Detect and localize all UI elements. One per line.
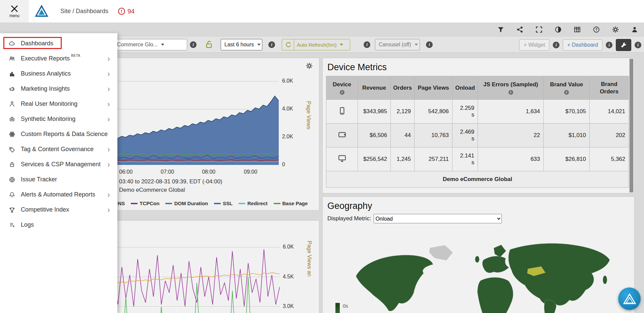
info-icon[interactable]: i [268, 41, 275, 48]
brand-fab-button[interactable] [618, 287, 641, 310]
menu-button[interactable]: menu [0, 0, 29, 23]
info-icon[interactable]: i [635, 42, 641, 48]
info-icon[interactable]: i [190, 41, 197, 48]
sidebar-item-label: Services & CSP Management [21, 161, 101, 168]
business-analytics-icon [9, 71, 15, 77]
x-axis-tick: 08:00 [202, 169, 215, 175]
info-icon[interactable]: i [564, 90, 569, 95]
legend-item-dom-duration[interactable]: DOM Duration [165, 200, 208, 206]
y-axis-label: Page Views an [306, 241, 312, 276]
y-axis-label: Page Views [306, 101, 312, 129]
x-axis-tick: 07:00 [161, 169, 174, 175]
filter-icon[interactable] [497, 26, 505, 34]
sidebar-item-executive-reports[interactable]: Executive ReportsBETA› [0, 51, 117, 66]
breadcrumb[interactable]: Site / Dashboards [60, 0, 108, 23]
chevron-down-icon [415, 44, 418, 46]
sidebar-item-issue-tracker[interactable]: Issue Tracker [0, 172, 117, 187]
executive-reports-icon [9, 55, 15, 62]
custom-reports-icon [9, 131, 15, 138]
chevron-right-icon: › [105, 70, 110, 78]
dashboard-settings-button[interactable] [616, 39, 631, 51]
dashboards-icon [9, 40, 15, 47]
settings-gear-icon[interactable] [611, 26, 620, 34]
sidebar-item-tag-content-governance[interactable]: Tag & Content Governance› [0, 142, 117, 157]
column-header-brand-orders: Brand Orders [590, 76, 629, 100]
widget-scrollbar-thumb[interactable] [630, 59, 633, 192]
info-icon[interactable]: i [606, 42, 612, 48]
info-icon[interactable]: i [426, 41, 433, 48]
chevron-right-icon: › [105, 85, 110, 93]
sidebar-item-alerts-automated-reports[interactable]: Alerts & Automated Reports› [0, 187, 117, 202]
unlock-icon[interactable] [205, 40, 213, 50]
add-widget-button[interactable]: + Widget [519, 39, 549, 51]
fullscreen-icon[interactable] [535, 26, 543, 34]
y-axis-tick: 4.0K [282, 106, 293, 112]
timings-chart-widget: Page Views 03:40 to 2022-08-31 09:39, ED… [94, 58, 319, 211]
contrast-icon[interactable] [554, 26, 562, 34]
table-footer: Demo eCommerce Global [326, 171, 629, 188]
refresh-button[interactable] [282, 39, 294, 50]
displayed-metric-select[interactable]: Onload [374, 214, 502, 223]
cell-brand_orders: 14,021 [590, 100, 629, 124]
cell-orders: 1,245 [391, 147, 415, 171]
displayed-metric-row: Displayed Metric: Onload [323, 213, 634, 224]
legend-label: Base Page [282, 200, 308, 206]
legend-swatch [131, 203, 138, 204]
sidebar-item-label: Marketing Insights [21, 85, 70, 92]
sidebar-item-services-csp-management[interactable]: Services & CSP Management› [0, 157, 117, 172]
issue-tracker-icon [9, 176, 15, 183]
x-axis-tick: 09:00 [244, 169, 257, 175]
alerts-icon [9, 191, 15, 198]
world-map[interactable] [325, 232, 633, 313]
brand-logo[interactable] [34, 4, 49, 19]
time-range-select[interactable]: Last 6 hours [221, 39, 262, 50]
sidebar-item-marketing-insights[interactable]: Marketing Insights› [0, 81, 117, 96]
table-footer-row: Demo eCommerce Global [326, 171, 629, 188]
chevron-right-icon: › [105, 115, 110, 123]
carousel-select[interactable]: Carousel (off) [375, 39, 420, 50]
info-icon[interactable]: i [553, 42, 559, 48]
sidebar-item-logs[interactable]: Logs [0, 217, 117, 232]
legend-item-redirect[interactable]: Redirect [238, 200, 267, 206]
sidebar-item-competitive-index[interactable]: Competitive Index› [0, 202, 117, 217]
data-grid-icon[interactable] [573, 26, 581, 34]
sidebar-item-business-analytics[interactable]: Business Analytics› [0, 66, 117, 81]
legend-item-base-page[interactable]: Base Page [274, 200, 308, 206]
cell-orders: 2,129 [391, 100, 415, 124]
page-views-chart[interactable] [94, 237, 280, 313]
info-icon[interactable]: i [364, 41, 370, 48]
sidebar-item-label: Alerts & Automated Reports [21, 191, 95, 198]
auto-refresh-label: Auto Refresh(5m) [297, 42, 336, 48]
widget-title: Geography [323, 197, 634, 213]
help-icon[interactable]: ? [592, 26, 600, 34]
synthetic-monitoring-icon [9, 116, 15, 123]
x-axis-tick: 06:00 [119, 169, 132, 175]
chevron-right-icon: › [105, 161, 110, 169]
close-menu-icon [10, 5, 19, 13]
add-dashboard-button[interactable]: + Dashboard [563, 39, 602, 51]
timings-chart[interactable] [94, 79, 279, 165]
info-icon[interactable]: i [508, 90, 513, 95]
services-csp-icon [9, 161, 15, 168]
sidebar-item-label: Custom Reports & Data Science [21, 131, 108, 138]
cell-js_errors: 22 [478, 124, 544, 147]
column-header-orders: Orders [391, 76, 415, 100]
account-icon[interactable] [631, 26, 639, 34]
top-bar: menu Site / Dashboards ! 94 [0, 0, 644, 23]
cell-onload: 2.469 s [452, 124, 478, 147]
legend-item-tcpcon[interactable]: TCPCon [131, 200, 159, 206]
info-icon[interactable]: i [340, 90, 344, 95]
sidebar-item-real-user-monitoring[interactable]: Real User Monitoring› [0, 96, 117, 111]
sidebar-item-dashboards[interactable]: Dashboards [0, 36, 117, 51]
widget-settings-gear-icon[interactable] [306, 62, 313, 71]
sidebar-item-synthetic-monitoring[interactable]: Synthetic Monitoring› [0, 111, 117, 127]
sidebar-item-label: Issue Tracker [21, 176, 57, 183]
desktop-device-icon [338, 154, 346, 163]
share-icon[interactable] [516, 26, 524, 34]
sidebar-item-custom-reports-data-science[interactable]: Custom Reports & Data Science [0, 127, 117, 142]
logs-icon [9, 222, 15, 228]
auto-refresh-select[interactable]: Auto Refresh(5m) [294, 39, 350, 50]
y-axis-tick: 6.0K [283, 244, 294, 250]
legend-item-ssl[interactable]: SSL [214, 200, 232, 206]
alert-indicator[interactable]: ! 94 [118, 0, 135, 23]
